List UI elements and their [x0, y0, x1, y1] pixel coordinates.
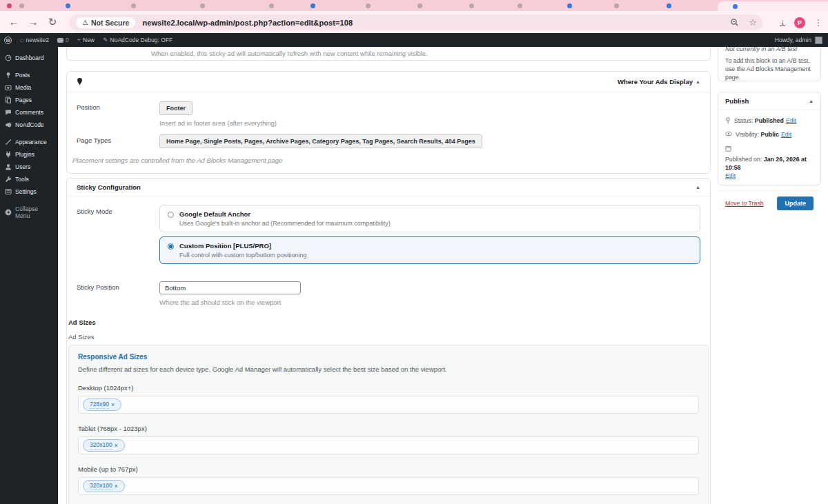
sidebar-item-noadcode[interactable]: NoAdCode	[0, 119, 58, 131]
responsive-ad-sizes-title: Responsive Ad Sizes	[78, 353, 699, 361]
tab-favicon[interactable]	[667, 3, 671, 8]
browser-tab-strip[interactable]	[0, 0, 828, 11]
responsive-ad-sizes-panel: Responsive Ad Sizes Define different ad …	[68, 345, 709, 504]
sticky-mode-label: Sticky Mode	[77, 205, 159, 264]
remove-size-icon[interactable]: ×	[111, 401, 115, 408]
zoom-icon[interactable]	[730, 18, 739, 27]
sticky-mode-option-custom-position[interactable]: Custom Position [PLUS/PRO] Full control …	[159, 236, 700, 264]
tablet-sizes-label: Tablet (768px - 1023px)	[78, 425, 699, 432]
tab-favicon[interactable]	[518, 3, 522, 8]
wp-logo-menu[interactable]: W	[0, 33, 16, 47]
edit-published-link[interactable]: Edit	[725, 172, 736, 180]
ad-size-chip[interactable]: 320x100 ×	[83, 439, 125, 452]
publish-collapse-icon[interactable]: ▲	[809, 99, 814, 103]
tab-favicon[interactable]	[269, 3, 274, 8]
update-button[interactable]: Update	[777, 196, 814, 210]
noadcode-megaphone-icon	[5, 121, 12, 128]
tab-favicon[interactable]	[66, 3, 70, 8]
tab-favicon[interactable]	[417, 3, 422, 8]
tab-favicon[interactable]	[567, 3, 572, 8]
publish-panel: Publish ▲ Status: PublishedEdit Visibili…	[718, 92, 821, 185]
noadcode-debug-menu[interactable]: ✎ NoAdCode Debug: OFF	[99, 33, 177, 47]
ad-sizes-label: Ad Sizes	[68, 333, 709, 341]
comments-menu[interactable]: 0	[53, 33, 73, 47]
ad-size-chip[interactable]: 728x90 ×	[83, 399, 121, 411]
sticky-configuration-title: Sticky Configuration	[77, 183, 141, 191]
location-pin-icon	[77, 78, 83, 85]
tab-favicon[interactable]	[7, 3, 12, 8]
ad-size-chip[interactable]: 320x100 ×	[83, 480, 125, 492]
howdy-admin-menu[interactable]: Howdy, admin	[775, 37, 811, 43]
reload-icon[interactable]: ↻	[43, 12, 62, 32]
tab-favicon	[733, 4, 738, 9]
tab-favicon[interactable]	[200, 3, 205, 8]
sidebar-item-appearance[interactable]: Appearance	[0, 136, 58, 148]
where-ads-display-toggle[interactable]: Where Your Ads Display ▲	[618, 78, 700, 85]
page-types-value-button[interactable]: Home Page, Single Posts, Pages, Archive …	[159, 134, 482, 148]
url-text[interactable]: newsite2.local/wp-admin/post.php?action=…	[142, 19, 353, 27]
tab-favicon[interactable]	[131, 3, 136, 8]
sidebar-item-plugins[interactable]: Plugins	[0, 148, 58, 161]
visibility-row: Visibility: PublicEdit	[725, 130, 814, 139]
published-on-row: Published on: Jan 26, 2026 at 10:58 Edit	[725, 145, 814, 181]
ad-sizes-heading: Ad Sizes	[68, 319, 709, 326]
browser-toolbar: ← → ↻ ⚠ Not Secure newsite2.local/wp-adm…	[0, 11, 828, 33]
appearance-brush-icon	[5, 139, 12, 145]
desktop-sizes-input[interactable]: 728x90 ×	[78, 396, 699, 414]
sidebar-item-users[interactable]: Users	[0, 161, 58, 173]
sidebar-item-tools[interactable]: Tools	[0, 173, 58, 185]
plugins-icon	[5, 151, 12, 158]
admin-avatar[interactable]	[815, 37, 822, 44]
position-value-button[interactable]: Footer	[159, 101, 193, 115]
mobile-sizes-input[interactable]: 320x100 ×	[78, 477, 699, 495]
sidebar-item-settings[interactable]: Settings	[0, 185, 58, 198]
browser-profile-avatar[interactable]: P	[794, 17, 805, 28]
address-bar[interactable]: ⚠ Not Secure newsite2.local/wp-admin/pos…	[69, 14, 762, 30]
remove-size-icon[interactable]: ×	[115, 442, 118, 449]
tablet-sizes-input[interactable]: 320x100 ×	[78, 436, 699, 454]
tab-favicon[interactable]	[614, 3, 619, 8]
new-content-menu[interactable]: + New	[73, 33, 99, 47]
sidebar-item-pages[interactable]: Pages	[0, 94, 58, 106]
tab-favicon[interactable]	[310, 3, 315, 8]
bookmark-star-icon[interactable]: ☆	[749, 17, 757, 28]
position-help-text: Insert ad in footer area (after everythi…	[159, 119, 700, 127]
browser-menu-icon[interactable]: ⋮	[814, 18, 822, 28]
media-icon	[5, 84, 12, 91]
home-icon: ⌂	[20, 37, 23, 43]
edit-visibility-link[interactable]: Edit	[781, 131, 791, 138]
sidebar-item-media[interactable]: Media	[0, 81, 58, 94]
radio-unselected[interactable]	[168, 212, 174, 218]
sidebar-item-dashboard[interactable]: Dashboard	[0, 52, 58, 64]
responsive-ad-sizes-description: Define different ad sizes for each devic…	[78, 365, 699, 373]
edit-status-link[interactable]: Edit	[786, 117, 796, 124]
tab-favicon[interactable]	[366, 3, 371, 8]
remove-size-icon[interactable]: ×	[115, 483, 118, 490]
tab-favicon[interactable]	[19, 3, 24, 8]
users-icon	[5, 163, 12, 170]
sidebar-item-comments[interactable]: Comments	[0, 106, 58, 119]
collapse-arrow-icon	[5, 209, 12, 216]
forward-icon[interactable]: →	[23, 12, 43, 32]
sticky-configuration-card: Sticky Configuration ▲ Sticky Mode Googl…	[66, 178, 711, 504]
back-icon[interactable]: ←	[4, 12, 23, 32]
wp-admin-bar: W ⌂ newsite2 0 + New ✎ NoAdCode Debug: O…	[0, 33, 828, 47]
sticky-configuration-toggle[interactable]: ▲	[696, 185, 700, 190]
downloads-icon[interactable]: ↓	[780, 19, 785, 26]
site-name-menu[interactable]: ⌂ newsite2	[16, 33, 53, 47]
calendar-icon	[725, 145, 731, 152]
ab-test-help-text: To add this block to an A/B test, use th…	[725, 57, 814, 82]
pencil-icon: ✎	[103, 37, 108, 43]
active-tab[interactable]	[718, 1, 828, 11]
sticky-position-label: Sticky Position	[77, 281, 159, 306]
warning-icon: ⚠	[82, 19, 88, 26]
sidebar-collapse-menu[interactable]: Collapse Menu	[0, 203, 58, 222]
radio-selected[interactable]	[168, 243, 174, 250]
tab-favicon[interactable]	[469, 3, 474, 8]
sidebar-item-posts[interactable]: Posts	[0, 69, 58, 81]
sticky-mode-option-google-anchor[interactable]: Google Default Anchor Uses Google's buil…	[159, 205, 700, 232]
move-to-trash-link[interactable]: Move to Trash	[725, 200, 764, 207]
sticky-position-select[interactable]: Bottom	[159, 281, 301, 294]
not-secure-badge[interactable]: ⚠ Not Secure	[76, 17, 135, 28]
wordpress-logo-icon: W	[4, 37, 12, 44]
